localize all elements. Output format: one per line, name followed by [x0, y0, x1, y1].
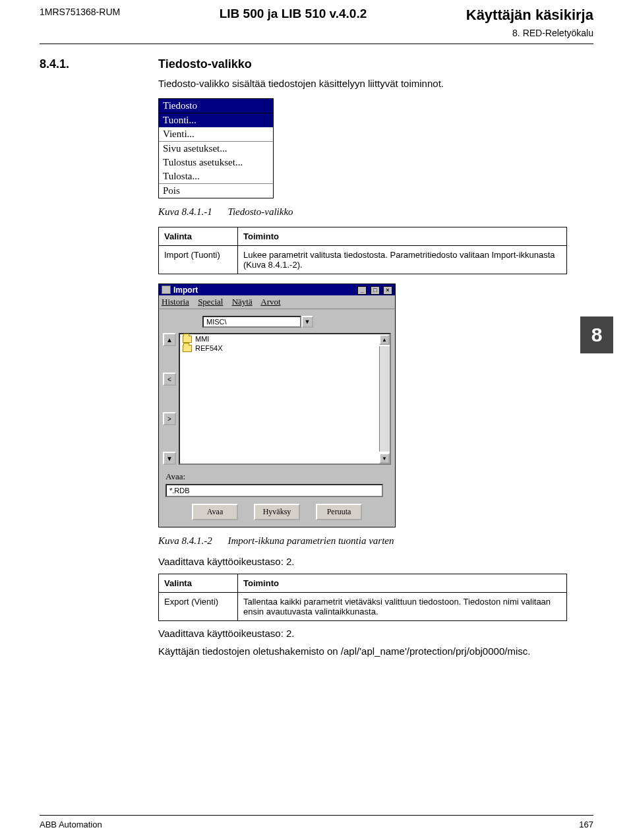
doc-right-title: Käyttäjän käsikirja	[466, 7, 593, 24]
doc-center-title: LIB 500 ja LIB 510 v.4.0.2	[220, 7, 367, 21]
avaa-button[interactable]: Avaa	[192, 504, 238, 520]
table1-r1c2: Lukee parametrit valitusta tiedostosta. …	[238, 246, 567, 274]
section-intro: Tiedosto-valikko sisältää tiedostojen kä…	[158, 78, 593, 89]
scroll-down-button[interactable]: ▼	[379, 453, 390, 464]
figure-caption-2-num: Kuva 8.4.1.-2	[158, 535, 212, 546]
chapter-tab: 8	[580, 316, 613, 353]
menu-nayta[interactable]: Näytä	[232, 297, 253, 307]
table-export: Valinta Toiminto Export (Vienti) Tallent…	[158, 574, 567, 621]
menu-item-tulostus-asetukset[interactable]: Tulostus asetukset...	[159, 156, 273, 169]
open-filename-input[interactable]: *.RDB	[166, 484, 383, 497]
file-item-ref54x[interactable]: REF54X	[180, 344, 390, 353]
file-item-label: MMI	[195, 335, 209, 343]
file-list[interactable]: ▲ ▼ MMI REF54X	[179, 333, 391, 465]
table1-h2: Toiminto	[238, 227, 567, 246]
import-menubar: Historia Special Näytä Arvot	[159, 295, 395, 309]
menu-historia[interactable]: Historia	[162, 297, 189, 307]
scrollbar[interactable]	[379, 346, 390, 452]
table2-h1: Valinta	[159, 574, 238, 593]
doc-id: 1MRS751368-RUM	[40, 7, 120, 17]
tiedosto-menu: Tiedosto Tuonti... Vienti... Sivu asetuk…	[158, 98, 274, 198]
menu-arvot[interactable]: Arvot	[260, 297, 280, 307]
section-number: 8.4.1.	[40, 57, 158, 663]
scroll-up-button[interactable]: ▲	[379, 334, 390, 345]
minimize-button[interactable]: _	[357, 286, 367, 295]
table1-h1: Valinta	[159, 227, 238, 246]
table2-h2: Toiminto	[238, 574, 567, 593]
figure-caption-1-text: Tiedosto-valikko	[227, 206, 293, 217]
import-window-title-bar: Import _ □ ×	[159, 284, 395, 295]
import-window-title: Import	[173, 285, 198, 295]
file-item-label: REF54X	[195, 344, 223, 352]
figure-caption-2-text: Import-ikkuna parametrien tuontia varten	[227, 535, 394, 546]
doc-subsection: 8. RED-Reletyökalu	[0, 28, 633, 44]
path-dropdown-button[interactable]: ▼	[301, 316, 313, 328]
menu-special[interactable]: Special	[198, 297, 223, 307]
folder-icon	[183, 336, 192, 343]
open-label: Avaa:	[166, 471, 391, 482]
section-heading: Tiedosto-valikko	[158, 57, 593, 71]
import-app-icon	[162, 285, 171, 294]
nav-bottom-button[interactable]: ▼	[163, 452, 176, 465]
footer-page-number: 167	[579, 820, 593, 829]
menu-item-vienti[interactable]: Vienti...	[159, 127, 273, 141]
nav-top-button[interactable]: ▲	[163, 333, 176, 346]
peruuta-button[interactable]: Peruuta	[316, 504, 362, 520]
required-auth-2: Vaadittava käyttöoikeustaso: 2.	[158, 628, 593, 639]
table1-r1c1: Import (Tuonti)	[159, 246, 238, 274]
file-item-mmi[interactable]: MMI	[180, 334, 390, 344]
table-import: Valinta Toiminto Import (Tuonti) Lukee p…	[158, 227, 567, 274]
import-window: Import _ □ × Historia Special Näytä Arvo…	[158, 284, 396, 527]
figure-caption-1-num: Kuva 8.4.1.-1	[158, 206, 212, 217]
menu-item-tuonti[interactable]: Tuonti...	[159, 113, 273, 127]
hyvaksy-button[interactable]: Hyväksy	[254, 504, 300, 520]
maximize-button[interactable]: □	[371, 286, 380, 295]
figure-caption-2: Kuva 8.4.1.-2 Import-ikkuna parametrien …	[158, 535, 593, 547]
required-auth-1: Vaadittava käyttöoikeustaso: 2.	[158, 556, 593, 567]
figure-caption-1: Kuva 8.4.1.-1 Tiedosto-valikko	[158, 206, 593, 218]
close-button[interactable]: ×	[383, 286, 392, 295]
path-combobox[interactable]: MISC\	[202, 316, 301, 328]
menu-item-tulosta[interactable]: Tulosta...	[159, 169, 273, 183]
footer-left: ABB Automation	[40, 820, 102, 829]
folder-icon	[183, 345, 192, 352]
menu-item-sivu-asetukset[interactable]: Sivu asetukset...	[159, 142, 273, 156]
menu-title: Tiedosto	[159, 99, 273, 113]
nav-right-button[interactable]: >	[163, 412, 176, 425]
menu-item-pois[interactable]: Pois	[159, 184, 273, 198]
nav-left-button[interactable]: <	[163, 373, 176, 386]
default-directory-note: Käyttäjän tiedostojen oletushakemisto on…	[158, 645, 593, 657]
table2-r1c2: Tallentaa kaikki parametrit vietäväksi v…	[238, 593, 567, 621]
table2-r1c1: Export (Vienti)	[159, 593, 238, 621]
